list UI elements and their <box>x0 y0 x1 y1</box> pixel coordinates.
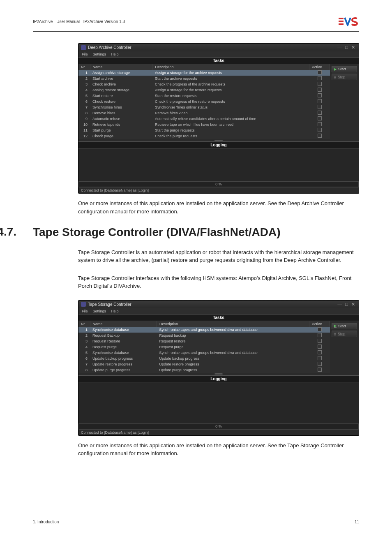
menu-file[interactable]: File <box>82 52 88 56</box>
table-row[interactable]: 4Assing restore storageAssign a storage … <box>78 87 330 93</box>
checkbox-icon[interactable] <box>318 76 322 80</box>
minimize-icon[interactable]: — <box>336 45 343 50</box>
table-row[interactable]: 11Start purgeStart the purge requests <box>78 127 330 133</box>
table-row[interactable]: 12Check purgeCheck the purge requests <box>78 133 330 139</box>
col-name[interactable]: Name <box>90 321 157 327</box>
cell-active[interactable] <box>309 361 330 367</box>
checkbox-icon[interactable] <box>318 356 322 360</box>
table-row[interactable]: 1Synchronise databaseSynchronise tapes a… <box>78 327 330 333</box>
cell-active[interactable] <box>309 93 330 99</box>
menu-settings[interactable]: Settings <box>93 52 106 56</box>
table-row[interactable]: 10Retrieve tape idsRetrieve tape on whic… <box>78 122 330 127</box>
cell-name: Request purge <box>90 344 157 350</box>
maximize-icon[interactable]: □ <box>344 45 349 50</box>
section-number: 1.4.7. <box>0 225 33 238</box>
close-icon[interactable]: ✕ <box>350 45 356 50</box>
stop-button[interactable]: ■Stop <box>332 74 357 80</box>
close-icon[interactable]: ✕ <box>350 302 356 307</box>
cell-active[interactable] <box>309 344 330 350</box>
checkbox-icon[interactable] <box>318 105 322 109</box>
table-row[interactable]: 8Remove hiresRemove hires video <box>78 110 330 116</box>
checkbox-icon[interactable] <box>318 116 322 120</box>
checkbox-icon[interactable] <box>318 362 322 366</box>
col-nr[interactable]: Nr. <box>78 321 90 327</box>
cell-active[interactable] <box>309 127 330 133</box>
cell-active[interactable] <box>309 76 330 81</box>
checkbox-icon[interactable] <box>318 368 322 372</box>
table-row[interactable]: 2Request BackupRequest backup <box>78 333 330 338</box>
table-row[interactable]: 9Automatic refuseAutomatically refuse ca… <box>78 116 330 122</box>
tasks-section-header: Tasks <box>78 57 359 64</box>
checkbox-icon[interactable] <box>318 93 322 97</box>
cell-active[interactable] <box>309 327 330 333</box>
menu-file[interactable]: File <box>82 309 88 313</box>
paragraph: One or more instances of this applicatio… <box>78 199 359 215</box>
paragraph: One or more instances of this applicatio… <box>78 442 359 458</box>
cell-active[interactable] <box>309 99 330 104</box>
col-name[interactable]: Name <box>90 64 152 70</box>
cell-nr: 7 <box>78 104 90 110</box>
checkbox-icon[interactable] <box>318 82 322 86</box>
cell-nr: 6 <box>78 99 90 104</box>
cell-active[interactable] <box>309 104 330 110</box>
start-button[interactable]: ▶Start <box>332 66 357 72</box>
table-row[interactable]: 6Check restoreCheck the progress of the … <box>78 99 330 104</box>
checkbox-icon[interactable] <box>318 339 322 343</box>
cell-active[interactable] <box>309 116 330 122</box>
table-row[interactable]: 7Update restore progressUpdate restore p… <box>78 361 330 367</box>
checkbox-icon[interactable] <box>318 99 322 103</box>
logging-area <box>78 382 359 423</box>
checkbox-icon[interactable] <box>318 111 322 115</box>
cell-active[interactable] <box>309 87 330 93</box>
cell-name: Assing restore storage <box>90 87 152 93</box>
cell-nr: 5 <box>78 93 90 99</box>
cell-active[interactable] <box>309 338 330 344</box>
checkbox-icon[interactable] <box>318 88 322 92</box>
checkbox-icon[interactable] <box>318 333 322 337</box>
table-row[interactable]: 8Update purge progressUpdate purge progr… <box>78 367 330 373</box>
col-description[interactable]: Description <box>152 64 309 70</box>
menu-help[interactable]: Help <box>111 52 119 56</box>
start-button[interactable]: ▶Start <box>332 323 357 329</box>
checkbox-icon[interactable] <box>318 122 322 126</box>
cell-nr: 9 <box>78 116 90 122</box>
table-row[interactable]: 3Request RestoreRequest restore <box>78 338 330 344</box>
cell-active[interactable] <box>309 350 330 356</box>
col-description[interactable]: Description <box>157 321 309 327</box>
checkbox-icon[interactable] <box>318 134 322 138</box>
col-active[interactable]: Active <box>309 321 330 327</box>
cell-name: Assign archive storage <box>90 70 152 76</box>
table-row[interactable]: 7Synchronise hiresSynchronise 'hires onl… <box>78 104 330 110</box>
table-row[interactable]: 4Request purgeRequest purge <box>78 344 330 350</box>
checkbox-icon[interactable] <box>318 345 322 349</box>
cell-active[interactable] <box>309 122 330 127</box>
menu-settings[interactable]: Settings <box>93 309 106 313</box>
cell-active[interactable] <box>309 133 330 139</box>
table-row[interactable]: 2Start archiveStart the archive requests <box>78 76 330 81</box>
table-row[interactable]: 1Assign archive storageAssign a storage … <box>78 70 330 76</box>
checkbox-icon[interactable] <box>318 128 322 132</box>
maximize-icon[interactable]: □ <box>344 302 349 307</box>
table-row[interactable]: 5Start restoreStart the restore requests <box>78 93 330 99</box>
logging-area <box>78 148 359 181</box>
checkbox-icon[interactable] <box>318 350 322 354</box>
col-active[interactable]: Active <box>309 64 330 70</box>
menu-help[interactable]: Help <box>111 309 119 313</box>
cell-active[interactable] <box>309 367 330 373</box>
cell-active[interactable] <box>309 356 330 361</box>
checkbox-icon[interactable] <box>318 70 322 74</box>
cell-active[interactable] <box>309 333 330 338</box>
cell-desc: Request backup <box>157 333 309 338</box>
table-row[interactable]: 6Update backup progressUpdate backup pro… <box>78 356 330 361</box>
table-row[interactable]: 5Synchronise databaseSynchronise tapes a… <box>78 350 330 356</box>
cell-active[interactable] <box>309 70 330 76</box>
cell-active[interactable] <box>309 110 330 116</box>
minimize-icon[interactable]: — <box>336 302 343 307</box>
cell-name: Start purge <box>90 127 152 133</box>
stop-button[interactable]: ■Stop <box>332 331 357 337</box>
checkbox-icon[interactable] <box>318 327 322 331</box>
col-nr[interactable]: Nr. <box>78 64 90 70</box>
cell-active[interactable] <box>309 81 330 87</box>
cell-desc: Assign a storage for the restore request… <box>152 87 309 93</box>
table-row[interactable]: 3Check archiveCheck the progress of the … <box>78 81 330 87</box>
